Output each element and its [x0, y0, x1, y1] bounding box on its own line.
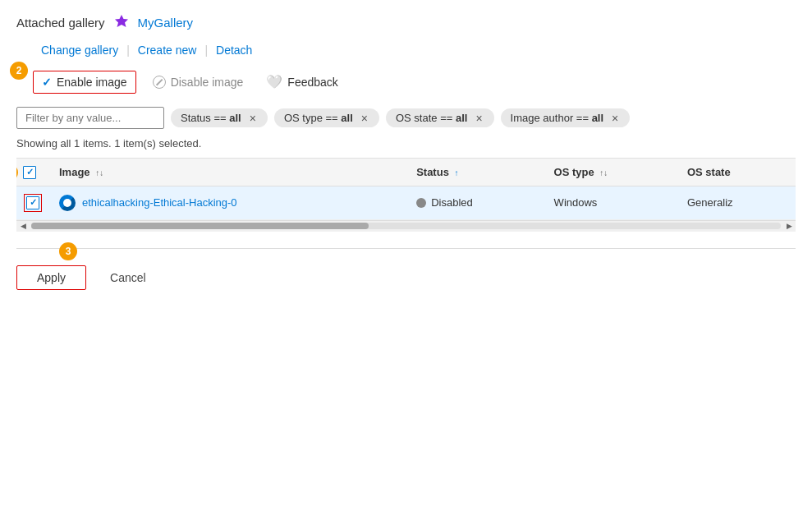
section-divider [16, 248, 796, 249]
image-author-filter-chip: Image author == all × [501, 108, 631, 127]
status-column-header[interactable]: Status ↑ [406, 159, 544, 186]
create-new-link[interactable]: Create new [138, 42, 197, 58]
os-state-filter-close[interactable]: × [474, 113, 484, 124]
status-sort-icon: ↑ [454, 168, 458, 177]
disable-image-button[interactable]: Disable image [146, 71, 250, 93]
os-type-cell: Windows [544, 186, 677, 219]
os-type-filter-chip: OS type == all × [274, 108, 379, 127]
status-filter-label: Status == all [181, 112, 241, 124]
os-type-sort-icon: ↑↓ [599, 168, 608, 177]
horizontal-scrollbar[interactable]: ◀ ▶ [16, 220, 796, 232]
os-type-filter-close[interactable]: × [360, 113, 369, 124]
enable-image-label: Enable image [57, 76, 127, 89]
scroll-left-arrow[interactable]: ◀ [16, 220, 30, 232]
status-label: Disabled [431, 196, 473, 209]
table-header-row: 1 Image ↑↓ Status ↑ [16, 159, 796, 186]
filter-row: Status == all × OS type == all × OS stat… [16, 107, 796, 129]
feedback-button[interactable]: 🤍 Feedback [259, 70, 344, 94]
attached-gallery-label: Attached gallery [16, 16, 105, 30]
check-icon: ✓ [42, 76, 52, 89]
feedback-label: Feedback [287, 76, 337, 89]
os-type-filter-label: OS type == all [284, 112, 353, 124]
cancel-button[interactable]: Cancel [94, 265, 162, 290]
scroll-thumb [31, 223, 369, 229]
disable-image-label: Disable image [171, 76, 244, 89]
showing-text: Showing all 1 items. 1 item(s) selected. [16, 137, 201, 150]
footer-row: 3 Apply Cancel [16, 265, 796, 290]
status-filter-close[interactable]: × [248, 113, 258, 124]
disable-icon [153, 76, 166, 89]
select-all-checkbox-wrapper [23, 166, 36, 179]
row-checkbox-wrapper [23, 194, 43, 212]
select-all-col: 1 [16, 159, 49, 186]
image-icon-inner [63, 199, 71, 207]
gallery-icon [113, 13, 130, 32]
apply-button[interactable]: Apply [16, 265, 86, 290]
status-dot [416, 198, 426, 208]
row-checkbox-cell [16, 186, 49, 219]
table-row: ethicalhacking-Ethical-Hacking-0 Disable… [16, 186, 796, 219]
step-1-badge: 1 [16, 163, 18, 182]
image-column-header[interactable]: Image ↑↓ [49, 159, 406, 186]
step-2-badge: 2 [10, 62, 28, 80]
image-author-filter-close[interactable]: × [610, 113, 620, 124]
separator-1: | [126, 44, 130, 57]
table-container: 1 Image ↑↓ Status ↑ [16, 158, 796, 232]
row-checkbox-border [24, 194, 42, 212]
enable-image-button[interactable]: ✓ Enable image [33, 71, 136, 94]
os-type-column-header[interactable]: OS type ↑↓ [544, 159, 677, 186]
image-author-filter-label: Image author == all [511, 112, 603, 124]
scroll-right-arrow[interactable]: ▶ [782, 220, 796, 232]
os-state-filter-chip: OS state == all × [386, 108, 494, 127]
gallery-name-link[interactable]: MyGallery [138, 16, 194, 30]
detach-link[interactable]: Detach [216, 42, 252, 58]
separator-2: | [204, 44, 208, 57]
image-name-link[interactable]: ethicalhacking-Ethical-Hacking-0 [82, 196, 237, 209]
heart-icon: 🤍 [266, 74, 282, 90]
os-state-filter-label: OS state == all [396, 112, 467, 124]
os-state-cell: Generaliz [677, 186, 796, 219]
change-gallery-link[interactable]: Change gallery [41, 42, 118, 58]
image-icon [59, 195, 76, 211]
image-sort-icon: ↑↓ [95, 168, 103, 177]
scroll-track [31, 223, 781, 229]
showing-row: Showing all 1 items. 1 item(s) selected. [16, 137, 796, 150]
image-name-cell: ethicalhacking-Ethical-Hacking-0 [49, 186, 406, 219]
status-filter-chip: Status == all × [171, 108, 268, 127]
step-3-badge: 3 [59, 242, 77, 260]
images-table: 1 Image ↑↓ Status ↑ [16, 159, 796, 220]
row-checkbox[interactable] [26, 196, 39, 209]
filter-input[interactable] [16, 107, 164, 129]
os-state-column-header[interactable]: OS state [677, 159, 796, 186]
select-all-checkbox[interactable] [23, 166, 36, 179]
svg-marker-0 [115, 15, 128, 27]
status-cell: Disabled [406, 186, 544, 219]
